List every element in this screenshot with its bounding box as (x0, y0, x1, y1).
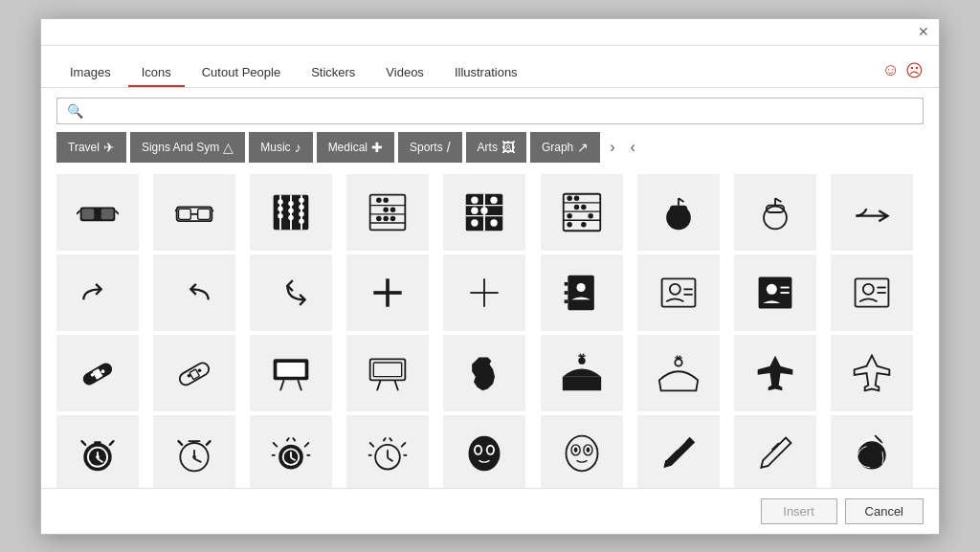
svg-point-43 (472, 207, 479, 213)
svg-line-104 (395, 380, 399, 390)
icon-yarn-ball[interactable] (831, 415, 913, 488)
travel-icon: ✈ (103, 140, 115, 155)
svg-point-45 (472, 219, 479, 226)
graph-icon: ↗ (577, 140, 589, 155)
svg-point-41 (472, 196, 479, 203)
icon-abacus-lines[interactable] (541, 174, 623, 251)
icon-bandage-outline[interactable] (153, 335, 235, 411)
svg-point-138 (476, 446, 481, 453)
category-travel[interactable]: Travel ✈ (56, 132, 126, 163)
svg-rect-122 (94, 441, 100, 445)
icon-needle-dark[interactable] (637, 415, 720, 488)
svg-point-17 (278, 206, 283, 211)
icons-grid-wrapper (41, 170, 939, 488)
search-input[interactable] (91, 103, 913, 118)
icon-acorn-outline[interactable] (734, 174, 816, 251)
icon-plus-dark[interactable] (346, 254, 429, 331)
icon-billboard-outline[interactable] (346, 335, 429, 411)
next-arrow[interactable]: › (604, 137, 620, 158)
svg-point-106 (578, 357, 585, 364)
icon-alarm-ring-outline[interactable] (346, 415, 429, 488)
icon-arrow-back[interactable] (250, 254, 332, 331)
category-arts[interactable]: Arts 🖼 (466, 132, 526, 163)
tab-stickers[interactable]: Stickers (298, 57, 368, 87)
tab-cutout[interactable]: Cutout People (189, 57, 294, 87)
face-icons: ☺ ☹ (882, 60, 924, 87)
svg-point-51 (567, 195, 572, 201)
icon-africa[interactable] (443, 335, 525, 411)
sports-label: Sports (410, 141, 443, 154)
icon-abacus-dark[interactable] (250, 174, 332, 251)
svg-point-25 (299, 218, 304, 224)
category-signs[interactable]: Signs And Sym △ (130, 132, 245, 163)
svg-point-56 (588, 212, 593, 218)
music-label: Music (260, 141, 290, 154)
icon-airplane-dark[interactable] (734, 335, 816, 411)
medical-label: Medical (328, 141, 368, 154)
icon-bandage-dark[interactable] (56, 335, 139, 411)
svg-rect-74 (564, 291, 568, 295)
svg-line-66 (775, 198, 781, 202)
icon-acorn-dark[interactable] (637, 174, 720, 251)
icon-alarm-ring-dark[interactable] (250, 415, 332, 488)
svg-point-140 (566, 435, 597, 471)
icon-abacus-beads[interactable] (443, 174, 525, 251)
icon-arrow-right-curve[interactable] (56, 254, 139, 331)
icon-contact-card-3[interactable] (831, 254, 913, 331)
smiley-icon[interactable]: ☺ (882, 60, 900, 81)
icon-alarm-dark[interactable] (56, 415, 139, 488)
icon-arrow-left-curve[interactable] (153, 254, 235, 331)
svg-point-139 (488, 446, 494, 453)
icon-contact-book-dark[interactable] (541, 254, 623, 331)
tab-images[interactable]: Images (56, 57, 124, 87)
icon-3d-glasses-dark[interactable] (56, 174, 139, 251)
category-music[interactable]: Music ♪ (249, 132, 312, 163)
svg-point-30 (376, 197, 382, 203)
icon-airplane-outline[interactable] (831, 335, 913, 411)
category-medical[interactable]: Medical ✚ (317, 132, 394, 163)
icon-contact-card-1[interactable] (637, 254, 720, 331)
icon-alarm-outline[interactable] (153, 415, 235, 488)
icon-needle-outline[interactable] (734, 415, 816, 488)
svg-point-135 (469, 435, 501, 471)
svg-point-44 (481, 207, 488, 213)
icon-farm-outline[interactable] (637, 335, 720, 411)
svg-line-103 (377, 380, 381, 390)
icon-3d-glasses-outline[interactable] (153, 174, 235, 251)
svg-point-144 (586, 447, 590, 453)
category-graph[interactable]: Graph ↗ (530, 132, 600, 163)
svg-line-99 (280, 380, 284, 390)
graph-label: Graph (542, 141, 573, 154)
svg-rect-73 (564, 282, 568, 286)
svg-line-125 (194, 458, 201, 462)
icon-contact-card-2[interactable] (734, 254, 816, 331)
tab-icons[interactable]: Icons (128, 57, 185, 87)
icons-grid (56, 174, 924, 488)
tab-videos[interactable]: Videos (372, 57, 437, 87)
svg-point-52 (573, 195, 579, 201)
medical-icon: ✚ (371, 140, 383, 155)
icon-alien-dark[interactable] (443, 415, 525, 488)
svg-point-21 (288, 214, 294, 220)
icon-plus-outline[interactable] (443, 254, 525, 331)
svg-rect-2 (101, 209, 114, 219)
cancel-button[interactable]: Cancel (845, 498, 924, 524)
sad-icon[interactable]: ☹ (905, 60, 924, 81)
svg-point-33 (384, 207, 390, 212)
icon-billboard-dark[interactable] (250, 335, 332, 411)
prev-arrow[interactable]: ‹ (625, 137, 641, 158)
svg-point-78 (669, 283, 679, 294)
svg-point-54 (573, 204, 579, 210)
close-button[interactable]: ✕ (916, 24, 931, 39)
svg-rect-93 (178, 361, 212, 387)
category-sports[interactable]: Sports / (398, 132, 462, 163)
icon-farm-dark[interactable] (541, 335, 623, 411)
music-icon: ♪ (295, 140, 301, 155)
svg-point-32 (390, 207, 396, 212)
icon-abacus-grid[interactable] (346, 174, 429, 251)
icon-arrow-right[interactable] (831, 174, 913, 251)
icon-alien-outline[interactable] (541, 415, 623, 488)
svg-point-31 (384, 197, 390, 203)
tab-illustrations[interactable]: Illustrations (441, 57, 531, 87)
insert-button[interactable]: Insert (761, 498, 837, 524)
